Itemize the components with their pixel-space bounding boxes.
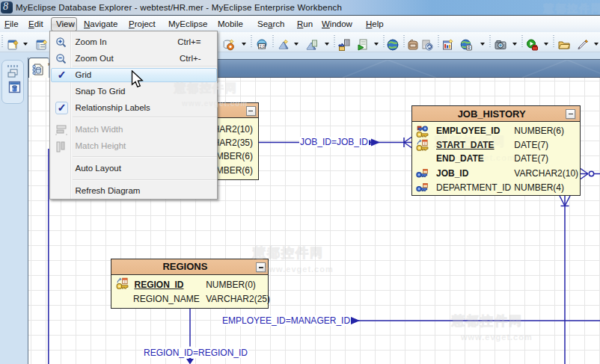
svg-text:R: R <box>468 46 471 50</box>
svg-text:2.0: 2.0 <box>259 44 265 49</box>
